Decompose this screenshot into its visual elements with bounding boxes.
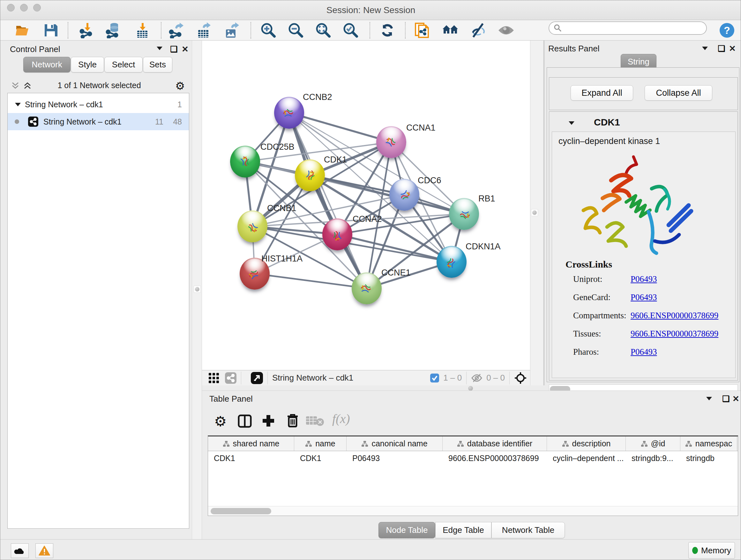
network-node-cdk1[interactable] <box>295 159 325 191</box>
tab-network[interactable]: Network <box>23 57 71 72</box>
export-table-icon[interactable] <box>195 22 212 39</box>
fit-target-icon[interactable] <box>514 372 527 384</box>
table-cell[interactable]: CDK1 <box>208 451 294 465</box>
table-hscrollbar-thumb[interactable] <box>211 508 271 514</box>
refresh-icon[interactable] <box>379 22 396 39</box>
memory-button[interactable]: Memory <box>688 542 735 559</box>
save-session-icon[interactable] <box>43 22 59 39</box>
network-node-rb1[interactable] <box>449 198 479 230</box>
crosslink-link[interactable]: 9606.ENSP00000378699 <box>630 329 718 339</box>
network-edge[interactable] <box>255 273 367 288</box>
toolbar-separator <box>68 22 68 39</box>
left-splitter[interactable] <box>192 41 202 539</box>
share-document-icon[interactable] <box>414 22 430 39</box>
open-session-icon[interactable] <box>14 22 31 39</box>
tree-collapse-icon[interactable] <box>15 102 21 107</box>
table-cell[interactable]: cyclin–dependent ... <box>547 451 626 465</box>
control-panel-close-icon[interactable]: ✕ <box>182 44 189 54</box>
search-field[interactable] <box>549 21 707 35</box>
table-cell[interactable]: 9606.ENSP00000378699 <box>443 451 547 465</box>
zoom-out-icon[interactable] <box>287 22 304 39</box>
selected-checkbox-icon[interactable] <box>430 373 440 383</box>
crosslink-link[interactable]: P06493 <box>630 347 657 357</box>
control-panel-minimize-icon[interactable] <box>156 46 163 51</box>
control-panel-float-icon[interactable]: ❑ <box>170 44 178 54</box>
table-cell[interactable]: stringdb:9... <box>626 451 680 465</box>
network-canvas[interactable]: CCNB2 CCNA1 CDC25B CDK1 CDC6 <box>202 41 530 370</box>
crosslink-link[interactable]: P06493 <box>630 293 657 302</box>
table-panel-float-icon[interactable]: ❑ <box>722 394 730 404</box>
import-network-icon[interactable] <box>78 22 95 39</box>
network-node-ccna1[interactable] <box>376 126 406 158</box>
grid-view-icon[interactable] <box>208 373 219 383</box>
network-tree-item-row[interactable]: String Network – cdk1 11 48 <box>8 113 189 130</box>
network-graph <box>202 41 530 370</box>
network-node-ccnb2[interactable] <box>274 97 304 129</box>
gear-icon[interactable]: ⚙ <box>175 79 185 92</box>
table-cell[interactable]: P06493 <box>347 451 443 465</box>
expand-all-icon[interactable] <box>23 81 31 90</box>
column-header-canonical-name[interactable]: canonical name <box>347 436 443 451</box>
table-panel-minimize-icon[interactable] <box>705 396 713 401</box>
hidden-eye-icon[interactable] <box>471 374 482 382</box>
crosslink-link[interactable]: 9606.ENSP00000378699 <box>630 311 718 320</box>
expand-all-button[interactable]: Expand All <box>570 85 633 101</box>
results-panel-minimize-icon[interactable] <box>701 46 709 51</box>
add-column-icon[interactable] <box>261 414 275 428</box>
tab-style[interactable]: Style <box>71 57 104 72</box>
right-splitter-handle[interactable] <box>531 209 538 216</box>
import-table-icon[interactable] <box>134 22 151 39</box>
right-splitter[interactable] <box>530 41 544 385</box>
help-icon[interactable]: ? <box>719 22 735 39</box>
crosslink-link[interactable]: P06493 <box>630 274 657 284</box>
export-image-icon[interactable] <box>223 22 240 39</box>
network-node-ccnb1[interactable] <box>238 210 267 242</box>
export-network-icon[interactable] <box>168 22 185 39</box>
zoom-selected-icon[interactable] <box>342 22 359 39</box>
show-eye-icon[interactable] <box>498 22 515 39</box>
column-header-database-identifier[interactable]: database identifier <box>443 436 547 451</box>
results-panel-float-icon[interactable]: ❑ <box>718 44 725 54</box>
network-node-cdc25b[interactable] <box>230 145 260 178</box>
hide-selected-icon[interactable] <box>470 22 486 39</box>
table-row[interactable]: CDK1CDK1P064939606.ENSP00000378699cyclin… <box>208 451 738 465</box>
column-header-name[interactable]: name <box>294 436 347 451</box>
search-input[interactable] <box>562 23 699 33</box>
tab-edge-table[interactable]: Edge Table <box>435 522 491 538</box>
column-type-icon <box>223 441 230 447</box>
results-panel-close-icon[interactable]: ✕ <box>729 44 736 54</box>
tab-network-table[interactable]: Network Table <box>491 522 565 538</box>
cloud-button[interactable] <box>11 543 29 558</box>
network-node-ccne1[interactable] <box>352 272 382 304</box>
network-tree-group-row[interactable]: String Network – cdk1 1 <box>8 96 189 113</box>
network-node-cdc6[interactable] <box>389 179 419 211</box>
show-columns-icon[interactable] <box>238 415 252 428</box>
column-header-description[interactable]: description <box>547 436 626 451</box>
network-node-cdkn1a[interactable] <box>436 246 467 278</box>
table-panel-close-icon[interactable]: ✕ <box>732 394 739 404</box>
left-splitter-handle[interactable] <box>194 286 201 293</box>
table-cell[interactable]: stringdb <box>680 451 737 465</box>
tab-select[interactable]: Select <box>105 57 143 72</box>
warnings-button[interactable] <box>36 543 53 558</box>
home-networks-icon[interactable] <box>442 22 459 39</box>
table-hscrollbar[interactable] <box>208 506 738 516</box>
share-view-icon[interactable] <box>225 372 237 384</box>
table-cell[interactable]: CDK1 <box>294 451 347 465</box>
network-node-ccna2[interactable] <box>322 219 352 250</box>
horizontal-splitter-handle[interactable] <box>468 386 473 391</box>
column-header-namespac[interactable]: namespac <box>680 436 737 451</box>
collapse-all-button[interactable]: Collapse All <box>645 85 712 101</box>
zoom-fit-icon[interactable] <box>315 22 332 39</box>
import-database-icon[interactable] <box>105 22 122 39</box>
gene-collapse-icon[interactable] <box>568 121 575 125</box>
birdseye-icon[interactable] <box>251 372 263 384</box>
tab-sets[interactable]: Sets <box>143 57 172 72</box>
tab-node-table[interactable]: Node Table <box>379 522 435 538</box>
collapse-all-icon[interactable] <box>11 81 19 90</box>
table-settings-gear-icon[interactable]: ⚙ <box>214 413 226 429</box>
column-header-shared-name[interactable]: shared name <box>208 436 294 451</box>
zoom-in-icon[interactable] <box>260 22 277 39</box>
delete-column-icon[interactable] <box>286 413 299 428</box>
column-header--id[interactable]: @id <box>626 436 680 451</box>
